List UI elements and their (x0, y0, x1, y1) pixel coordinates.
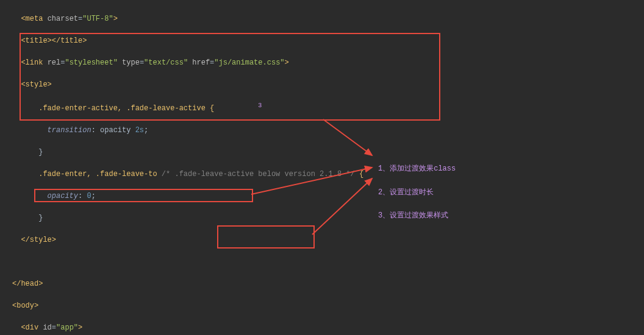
line-title: <title></title> (12, 35, 644, 46)
line-div-app: <div id="app">​ (12, 322, 644, 333)
line-link: <link rel="stylesheet" type="text/css" h… (12, 57, 644, 68)
legend: 1、添加过渡效果class 2、设置过渡时长 3、设置过渡效果样式 (378, 152, 456, 233)
legend-item-2: 2、设置过渡时长 (378, 187, 456, 199)
line-css-sel2: .fade-enter, .fade-leave-to /* .fade-lea… (12, 169, 644, 180)
code-editor: <meta charset="UTF-8"> <title></title> <… (0, 0, 644, 335)
line-body-open: <body> (12, 300, 644, 311)
svg-line-2 (312, 178, 372, 234)
blank-line (12, 256, 644, 267)
line-css-prop1: transition: opacity 2s; (12, 125, 644, 136)
line-css-prop2: opacity: 0; (12, 191, 644, 202)
line-css-sel1: .fade-enter-active, .fade-leave-active {… (12, 101, 644, 114)
line-css-close1: } (12, 147, 644, 158)
line-css-close2: } (12, 213, 644, 224)
legend-item-3: 3、设置过渡效果样式 (378, 210, 456, 222)
line-style-open: <style> (12, 79, 644, 90)
line-style-close: </style> (12, 234, 644, 245)
annotation-num-3: 3 (258, 102, 262, 109)
line-meta: <meta charset="UTF-8"> (12, 13, 644, 24)
legend-item-1: 1、添加过渡效果class (378, 163, 456, 175)
line-head-close: </head> (12, 278, 644, 289)
